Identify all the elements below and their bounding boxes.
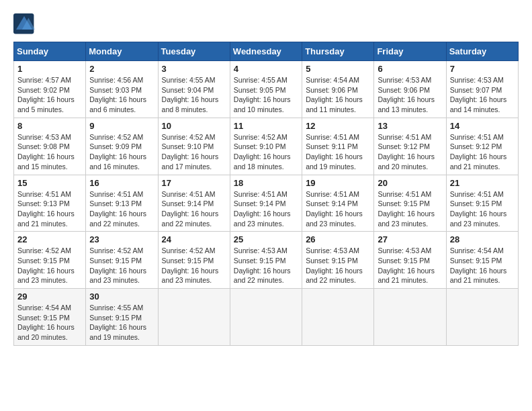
dow-tuesday: Tuesday bbox=[158, 42, 230, 61]
day-number: 23 bbox=[89, 234, 154, 244]
days-of-week-row: SundayMondayTuesdayWednesdayThursdayFrid… bbox=[14, 42, 519, 61]
calendar-cell: 7Sunrise: 4:53 AMSunset: 9:07 PMDaylight… bbox=[446, 61, 518, 118]
calendar-cell: 14Sunrise: 4:51 AMSunset: 9:12 PMDayligh… bbox=[446, 118, 518, 175]
day-info: Sunrise: 4:51 AMSunset: 9:13 PMDaylight:… bbox=[89, 189, 154, 229]
day-info: Sunrise: 4:56 AMSunset: 9:03 PMDaylight:… bbox=[89, 75, 154, 115]
calendar-cell: 20Sunrise: 4:51 AMSunset: 9:15 PMDayligh… bbox=[374, 175, 446, 232]
day-number: 16 bbox=[89, 178, 154, 188]
day-number: 30 bbox=[89, 291, 154, 302]
calendar-cell: 4Sunrise: 4:55 AMSunset: 9:05 PMDaylight… bbox=[230, 61, 302, 118]
calendar-cell: 1Sunrise: 4:57 AMSunset: 9:02 PMDaylight… bbox=[14, 61, 86, 118]
calendar-cell: 12Sunrise: 4:51 AMSunset: 9:11 PMDayligh… bbox=[302, 118, 374, 175]
day-number: 28 bbox=[450, 234, 515, 244]
page-header bbox=[13, 13, 519, 35]
day-number: 4 bbox=[234, 64, 298, 74]
day-number: 1 bbox=[17, 64, 82, 74]
calendar-cell: 6Sunrise: 4:53 AMSunset: 9:06 PMDaylight… bbox=[374, 61, 446, 118]
calendar-cell: 11Sunrise: 4:52 AMSunset: 9:10 PMDayligh… bbox=[230, 118, 302, 175]
day-number: 17 bbox=[162, 178, 226, 188]
day-info: Sunrise: 4:53 AMSunset: 9:08 PMDaylight:… bbox=[17, 132, 82, 172]
day-number: 22 bbox=[17, 234, 82, 244]
day-info: Sunrise: 4:51 AMSunset: 9:13 PMDaylight:… bbox=[17, 189, 82, 229]
logo bbox=[13, 13, 38, 35]
calendar-cell: 8Sunrise: 4:53 AMSunset: 9:08 PMDaylight… bbox=[14, 118, 86, 175]
logo-icon bbox=[13, 13, 35, 35]
calendar-cell: 16Sunrise: 4:51 AMSunset: 9:13 PMDayligh… bbox=[86, 175, 158, 232]
calendar-cell: 23Sunrise: 4:52 AMSunset: 9:15 PMDayligh… bbox=[86, 232, 158, 289]
calendar-week-1: 1Sunrise: 4:57 AMSunset: 9:02 PMDaylight… bbox=[14, 61, 519, 118]
day-info: Sunrise: 4:54 AMSunset: 9:15 PMDaylight:… bbox=[450, 246, 515, 285]
calendar-cell: 10Sunrise: 4:52 AMSunset: 9:10 PMDayligh… bbox=[158, 118, 230, 175]
dow-wednesday: Wednesday bbox=[230, 42, 302, 61]
calendar-cell: 9Sunrise: 4:52 AMSunset: 9:09 PMDaylight… bbox=[86, 118, 158, 175]
calendar: SundayMondayTuesdayWednesdayThursdayFrid… bbox=[13, 42, 519, 346]
day-info: Sunrise: 4:51 AMSunset: 9:11 PMDaylight:… bbox=[306, 132, 370, 172]
calendar-week-2: 8Sunrise: 4:53 AMSunset: 9:08 PMDaylight… bbox=[14, 118, 519, 175]
calendar-cell bbox=[446, 289, 518, 346]
day-number: 10 bbox=[162, 121, 226, 131]
calendar-cell: 18Sunrise: 4:51 AMSunset: 9:14 PMDayligh… bbox=[230, 175, 302, 232]
dow-sunday: Sunday bbox=[14, 42, 86, 61]
day-number: 9 bbox=[89, 121, 154, 131]
day-number: 27 bbox=[378, 234, 442, 244]
day-number: 26 bbox=[306, 234, 370, 244]
calendar-cell: 2Sunrise: 4:56 AMSunset: 9:03 PMDaylight… bbox=[86, 61, 158, 118]
day-number: 13 bbox=[378, 121, 442, 131]
calendar-cell: 21Sunrise: 4:51 AMSunset: 9:15 PMDayligh… bbox=[446, 175, 518, 232]
day-info: Sunrise: 4:51 AMSunset: 9:14 PMDaylight:… bbox=[234, 189, 298, 229]
day-info: Sunrise: 4:52 AMSunset: 9:15 PMDaylight:… bbox=[17, 246, 82, 285]
day-info: Sunrise: 4:51 AMSunset: 9:14 PMDaylight:… bbox=[306, 189, 370, 229]
day-number: 29 bbox=[17, 291, 82, 302]
day-number: 25 bbox=[234, 234, 298, 244]
day-number: 20 bbox=[378, 178, 442, 188]
day-info: Sunrise: 4:55 AMSunset: 9:05 PMDaylight:… bbox=[234, 75, 298, 115]
day-info: Sunrise: 4:53 AMSunset: 9:15 PMDaylight:… bbox=[234, 246, 298, 285]
day-number: 18 bbox=[234, 178, 298, 188]
day-number: 5 bbox=[306, 64, 370, 74]
calendar-cell: 13Sunrise: 4:51 AMSunset: 9:12 PMDayligh… bbox=[374, 118, 446, 175]
day-info: Sunrise: 4:51 AMSunset: 9:15 PMDaylight:… bbox=[378, 189, 442, 229]
calendar-cell: 26Sunrise: 4:53 AMSunset: 9:15 PMDayligh… bbox=[302, 232, 374, 289]
dow-monday: Monday bbox=[86, 42, 158, 61]
calendar-cell bbox=[230, 289, 302, 346]
calendar-cell: 17Sunrise: 4:51 AMSunset: 9:14 PMDayligh… bbox=[158, 175, 230, 232]
day-info: Sunrise: 4:53 AMSunset: 9:07 PMDaylight:… bbox=[450, 75, 515, 115]
day-info: Sunrise: 4:54 AMSunset: 9:15 PMDaylight:… bbox=[17, 303, 82, 342]
calendar-cell: 25Sunrise: 4:53 AMSunset: 9:15 PMDayligh… bbox=[230, 232, 302, 289]
day-info: Sunrise: 4:52 AMSunset: 9:15 PMDaylight:… bbox=[162, 246, 226, 285]
day-info: Sunrise: 4:54 AMSunset: 9:06 PMDaylight:… bbox=[306, 75, 370, 115]
dow-thursday: Thursday bbox=[302, 42, 374, 61]
day-number: 21 bbox=[450, 178, 515, 188]
calendar-cell: 3Sunrise: 4:55 AMSunset: 9:04 PMDaylight… bbox=[158, 61, 230, 118]
calendar-cell bbox=[302, 289, 374, 346]
calendar-cell bbox=[158, 289, 230, 346]
day-number: 12 bbox=[306, 121, 370, 131]
day-number: 8 bbox=[17, 121, 82, 131]
day-info: Sunrise: 4:51 AMSunset: 9:14 PMDaylight:… bbox=[162, 189, 226, 229]
calendar-cell: 30Sunrise: 4:55 AMSunset: 9:15 PMDayligh… bbox=[86, 289, 158, 346]
calendar-cell: 15Sunrise: 4:51 AMSunset: 9:13 PMDayligh… bbox=[14, 175, 86, 232]
day-info: Sunrise: 4:52 AMSunset: 9:10 PMDaylight:… bbox=[162, 132, 226, 172]
calendar-week-3: 15Sunrise: 4:51 AMSunset: 9:13 PMDayligh… bbox=[14, 175, 519, 232]
day-number: 11 bbox=[234, 121, 298, 131]
calendar-cell: 5Sunrise: 4:54 AMSunset: 9:06 PMDaylight… bbox=[302, 61, 374, 118]
day-info: Sunrise: 4:51 AMSunset: 9:12 PMDaylight:… bbox=[450, 132, 515, 172]
day-number: 6 bbox=[378, 64, 442, 74]
day-number: 7 bbox=[450, 64, 515, 74]
day-info: Sunrise: 4:53 AMSunset: 9:15 PMDaylight:… bbox=[378, 246, 442, 285]
day-info: Sunrise: 4:52 AMSunset: 9:15 PMDaylight:… bbox=[89, 246, 154, 285]
day-number: 14 bbox=[450, 121, 515, 131]
day-info: Sunrise: 4:55 AMSunset: 9:15 PMDaylight:… bbox=[89, 303, 154, 342]
day-info: Sunrise: 4:57 AMSunset: 9:02 PMDaylight:… bbox=[17, 75, 82, 115]
dow-friday: Friday bbox=[374, 42, 446, 61]
calendar-cell: 22Sunrise: 4:52 AMSunset: 9:15 PMDayligh… bbox=[14, 232, 86, 289]
calendar-week-5: 29Sunrise: 4:54 AMSunset: 9:15 PMDayligh… bbox=[14, 289, 519, 346]
calendar-cell: 27Sunrise: 4:53 AMSunset: 9:15 PMDayligh… bbox=[374, 232, 446, 289]
day-info: Sunrise: 4:55 AMSunset: 9:04 PMDaylight:… bbox=[162, 75, 226, 115]
day-number: 19 bbox=[306, 178, 370, 188]
calendar-cell bbox=[374, 289, 446, 346]
day-info: Sunrise: 4:52 AMSunset: 9:09 PMDaylight:… bbox=[89, 132, 154, 172]
calendar-week-4: 22Sunrise: 4:52 AMSunset: 9:15 PMDayligh… bbox=[14, 232, 519, 289]
day-number: 3 bbox=[162, 64, 226, 74]
day-info: Sunrise: 4:51 AMSunset: 9:15 PMDaylight:… bbox=[450, 189, 515, 229]
